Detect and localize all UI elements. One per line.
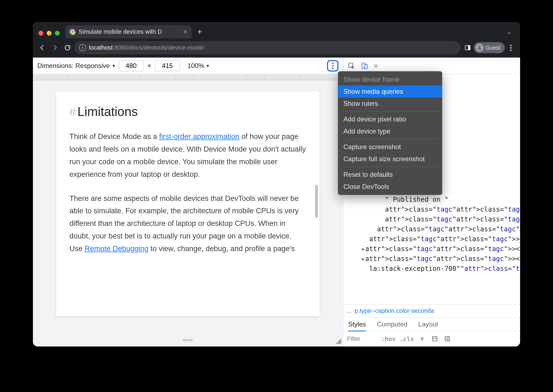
- chrome-favicon-icon: [69, 29, 76, 35]
- site-info-icon[interactable]: i: [79, 44, 86, 51]
- paragraph-2: There are some aspects of mobile devices…: [69, 192, 306, 255]
- url-path: /docs/devtools/device-mode/: [128, 44, 204, 51]
- menu-item[interactable]: Show rulers: [338, 98, 442, 110]
- menu-item[interactable]: Add device pixel ratio: [338, 113, 442, 125]
- new-tab-button[interactable]: +: [194, 26, 205, 37]
- minimize-window[interactable]: [47, 31, 52, 36]
- side-panel-icon[interactable]: [462, 42, 473, 53]
- tab-layout[interactable]: Layout: [418, 320, 438, 328]
- remote-debugging-link[interactable]: Remote Debugging: [85, 245, 149, 253]
- svg-rect-8: [433, 337, 437, 341]
- browser-chrome: Simulate mobile devices with D ✕ + ⌄ i l…: [33, 22, 520, 58]
- zoom-dropdown[interactable]: 100%: [187, 62, 209, 70]
- crumb-selected[interactable]: p.type--caption.color-seconda: [355, 307, 434, 314]
- close-window[interactable]: [38, 31, 43, 36]
- new-style-rule-icon[interactable]: [418, 334, 427, 343]
- device-more-options-button[interactable]: [327, 60, 338, 72]
- tab-styles[interactable]: Styles: [348, 320, 366, 328]
- menu-separator: [341, 167, 439, 167]
- cls-toggle[interactable]: .cls: [399, 336, 414, 342]
- menu-item[interactable]: Show media queries: [338, 86, 442, 98]
- back-button[interactable]: [37, 42, 48, 53]
- paragraph-1: Think of Device Mode as a first-order ap…: [69, 130, 306, 181]
- device-toolbar: Dimensions: Responsive × 100%: [33, 58, 343, 74]
- heading-anchor-icon[interactable]: #: [69, 106, 76, 118]
- menu-item[interactable]: Capture full size screenshot: [338, 153, 442, 165]
- toolbar-right: Guest: [462, 42, 516, 53]
- menu-item[interactable]: Add device type: [338, 125, 442, 137]
- address-bar-row: i localhost:8080/docs/devtools/device-mo…: [33, 38, 520, 57]
- crumb-left[interactable]: …: [346, 307, 352, 314]
- times-label: ×: [147, 62, 151, 70]
- avatar-icon: [475, 44, 484, 52]
- close-tab-icon[interactable]: ✕: [183, 29, 188, 35]
- profile-label: Guest: [486, 45, 500, 51]
- device-options-menu: Show device frameShow media queriesShow …: [338, 71, 442, 195]
- styles-filter-input[interactable]: [347, 335, 377, 342]
- styles-tabstrip: Styles Computed Layout »: [343, 317, 520, 331]
- toggle-sidebar-icon[interactable]: [443, 334, 452, 343]
- menu-item: Show device frame: [338, 73, 442, 86]
- tab-computed[interactable]: Computed: [377, 320, 407, 328]
- svg-rect-1: [468, 46, 470, 50]
- tabs-overflow-icon[interactable]: »: [372, 61, 380, 70]
- menu-item[interactable]: Reset to defaults: [338, 169, 442, 181]
- toggle-device-icon[interactable]: [359, 60, 371, 72]
- menu-item[interactable]: Close DevTools: [338, 181, 442, 193]
- heading-row: #Limitations: [69, 104, 306, 119]
- corner-resize-handle[interactable]: ◢: [336, 336, 341, 345]
- menu-item[interactable]: Capture screenshot: [338, 141, 442, 153]
- reload-button[interactable]: [62, 42, 73, 53]
- window-controls: [37, 31, 63, 38]
- tab-strip: Simulate mobile devices with D ✕ + ⌄: [33, 22, 520, 38]
- height-input[interactable]: [155, 60, 180, 71]
- profile-chip[interactable]: Guest: [474, 42, 505, 53]
- tabs-overflow-icon[interactable]: ⌄: [502, 25, 516, 38]
- work-area: Dimensions: Responsive × 100% #Limitatio…: [33, 58, 520, 346]
- page-heading: Limitations: [77, 104, 138, 119]
- url-port: :8080: [113, 44, 128, 51]
- address-bar[interactable]: i localhost:8080/docs/devtools/device-mo…: [75, 41, 461, 54]
- browser-menu-icon[interactable]: [505, 42, 516, 53]
- dimensions-dropdown[interactable]: Dimensions: Responsive: [37, 62, 115, 70]
- forward-button[interactable]: [49, 42, 60, 53]
- browser-tab[interactable]: Simulate mobile devices with D ✕: [65, 25, 191, 38]
- computed-styles-icon[interactable]: [430, 334, 439, 343]
- browser-window: Simulate mobile devices with D ✕ + ⌄ i l…: [33, 22, 520, 346]
- svg-point-2: [478, 46, 480, 48]
- menu-separator: [341, 139, 439, 139]
- inspect-element-icon[interactable]: [345, 60, 357, 72]
- simulated-viewport[interactable]: #Limitations Think of Device Mode as a f…: [56, 92, 320, 316]
- tab-title: Simulate mobile devices with D: [78, 28, 162, 35]
- bottom-drag-handle[interactable]: ══: [183, 336, 193, 344]
- svg-rect-5: [365, 64, 367, 68]
- media-query-ruler[interactable]: [33, 74, 343, 81]
- styles-filter-row: :hov .cls: [343, 331, 520, 346]
- hov-toggle[interactable]: :hov: [381, 336, 396, 342]
- menu-separator: [341, 111, 439, 112]
- dom-breadcrumb[interactable]: … p.type--caption.color-seconda …: [343, 304, 520, 317]
- scrollbar-thumb[interactable]: [315, 185, 318, 218]
- url-host: localhost: [89, 44, 113, 51]
- device-mode-pane: Dimensions: Responsive × 100% #Limitatio…: [33, 58, 343, 346]
- maximize-window[interactable]: [55, 31, 60, 36]
- width-input[interactable]: [119, 60, 143, 71]
- first-order-link[interactable]: first-order approximation: [159, 132, 239, 141]
